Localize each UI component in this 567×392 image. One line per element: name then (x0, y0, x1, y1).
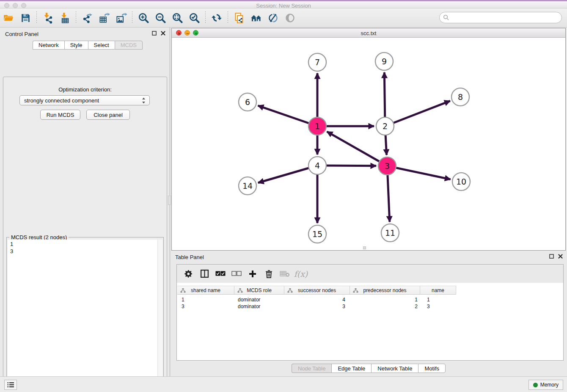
select-all-columns-button[interactable] (212, 267, 228, 281)
close-panel-icon[interactable] (558, 254, 563, 259)
run-mcds-button[interactable]: Run MCDS (40, 110, 80, 120)
cell-predecessor[interactable]: 2 (350, 303, 418, 310)
edge-1-6[interactable] (258, 105, 317, 126)
zoom-in-icon (138, 12, 149, 24)
criterion-select[interactable]: strongly connected component (19, 95, 150, 105)
refresh-layout-icon (211, 12, 222, 23)
apply-layout-button[interactable] (208, 10, 225, 25)
export-network-icon (82, 12, 93, 24)
export-table-icon (99, 12, 110, 24)
tab-network-table[interactable]: Network Table (371, 364, 418, 373)
network-view-title: scc.txt (172, 30, 565, 36)
duplicate-network-button[interactable] (231, 10, 248, 25)
select-chevrons-icon (142, 97, 146, 104)
cell-successor[interactable]: 4 (284, 296, 345, 303)
table-panel: Table Panel (170, 251, 567, 376)
tab-network[interactable]: Network (33, 41, 64, 50)
optimization-criterion-label: Optimization criterion: (3, 86, 167, 93)
delete-table-button[interactable] (277, 267, 293, 281)
zoom-selected-button[interactable] (186, 10, 203, 25)
deselect-all-columns-button[interactable] (228, 267, 245, 281)
cell-mcds-role[interactable]: dominator (238, 303, 284, 310)
tab-mcds[interactable]: MCDS (115, 41, 143, 50)
memory-label: Memory (540, 382, 559, 388)
graphics-details-button[interactable] (264, 10, 281, 25)
close-panel-icon[interactable] (161, 31, 165, 36)
table-panel-title: Table Panel (175, 254, 204, 260)
tab-motifs[interactable]: Motifs (418, 364, 446, 373)
column-label: successor nodes (298, 287, 336, 293)
float-panel-icon[interactable] (152, 31, 157, 36)
duplicate-network-icon (234, 12, 245, 24)
column-header-successor-nodes[interactable]: successor nodes (284, 286, 350, 295)
cell-name[interactable]: 3 (427, 303, 452, 310)
control-panel: Control Panel Network Style Select MCDS … (0, 28, 170, 376)
zoom-fit-button[interactable] (169, 10, 186, 25)
delete-table-icon (280, 271, 290, 277)
show-columns-button[interactable] (196, 267, 212, 281)
edge-3-10[interactable] (387, 166, 451, 179)
network-graph[interactable]: 7968124314101511 (172, 38, 565, 251)
zoom-out-button[interactable] (152, 10, 169, 25)
add-column-button[interactable] (245, 267, 261, 281)
cell-shared-name[interactable]: 1 (182, 296, 232, 303)
tab-select[interactable]: Select (88, 41, 115, 50)
node-label: 11 (385, 228, 395, 237)
close-panel-button[interactable]: Close panel (86, 110, 130, 120)
table-toolbar: f(x) (177, 265, 563, 283)
edge-3-1[interactable] (327, 132, 387, 166)
result-scrollbar[interactable] (157, 240, 162, 392)
tab-style[interactable]: Style (64, 41, 88, 50)
mcds-result-text[interactable]: 1 3 (8, 240, 157, 392)
network-view-window: scc.txt 7968124314101511 (171, 28, 566, 251)
panel-divider-handle[interactable] (168, 196, 171, 205)
zoom-selected-icon (189, 12, 200, 24)
node-label: 15 (312, 229, 322, 239)
memory-button[interactable]: Memory (528, 380, 563, 390)
float-panel-icon[interactable] (549, 254, 554, 259)
cell-mcds-role[interactable]: dominator (238, 296, 284, 303)
cell-successor[interactable]: 3 (284, 303, 345, 310)
column-header-name[interactable]: name (420, 286, 456, 295)
hide-details-button[interactable] (281, 10, 298, 25)
export-table-button[interactable] (96, 10, 113, 25)
column-label: MCDS role (247, 287, 272, 293)
canvas-resize-handle[interactable] (363, 246, 366, 249)
save-session-button[interactable] (17, 10, 34, 25)
function-builder-button[interactable]: f(x) (293, 267, 309, 281)
export-image-button[interactable] (113, 10, 129, 25)
cell-name[interactable]: 1 (427, 296, 452, 303)
column-header-predecessor-nodes[interactable]: predecessor nodes (350, 286, 420, 295)
import-table-icon (59, 12, 71, 24)
export-network-button[interactable] (79, 10, 96, 25)
search-box[interactable] (439, 12, 562, 23)
toolbar-separator (205, 11, 206, 24)
column-header-MCDS-role[interactable]: MCDS role (234, 286, 284, 295)
fx-icon: f(x) (294, 269, 308, 279)
network-window-titlebar[interactable]: scc.txt (172, 28, 565, 38)
table-settings-button[interactable] (180, 267, 196, 281)
column-label: name (432, 287, 444, 293)
node-label: 10 (456, 177, 466, 186)
window-titlebar: Session: New Session (0, 0, 567, 8)
column-label: shared name (191, 287, 220, 293)
unchecked-boxes-icon (231, 271, 242, 276)
open-session-button[interactable] (0, 10, 17, 25)
tab-node-table[interactable]: Node Table (292, 364, 332, 373)
first-neighbors-button[interactable] (248, 10, 264, 25)
search-input[interactable] (449, 14, 561, 22)
criterion-value: strongly connected component (24, 97, 99, 104)
edge-2-8[interactable] (385, 101, 450, 126)
tab-edge-table[interactable]: Edge Table (331, 364, 371, 373)
column-header-shared-name[interactable]: shared name (177, 286, 234, 295)
sort-icon (237, 288, 243, 293)
import-table-button[interactable] (56, 10, 73, 25)
cell-shared-name[interactable]: 3 (182, 303, 232, 310)
delete-column-button[interactable] (261, 267, 277, 281)
node-table-container: f(x) shared nameMCDS rolesuccessor nodes… (176, 264, 564, 361)
mcds-result-box: MCDS result (2 nodes) 1 3 (6, 237, 164, 392)
import-network-button[interactable] (39, 10, 56, 25)
task-history-button[interactable] (4, 380, 17, 390)
cell-predecessor[interactable]: 1 (350, 296, 418, 303)
zoom-in-button[interactable] (135, 10, 152, 25)
